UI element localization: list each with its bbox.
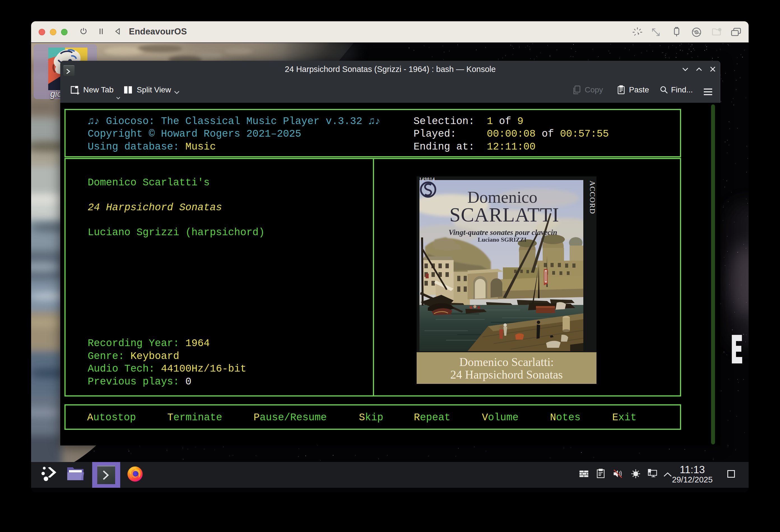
svg-text:Vingt-quatre sonates pour clav: Vingt-quatre sonates pour clavecin — [448, 228, 557, 236]
svg-text:SCARLATTI: SCARLATTI — [449, 204, 559, 226]
svg-text:Luciano SGRIZZI: Luciano SGRIZZI — [478, 236, 527, 243]
